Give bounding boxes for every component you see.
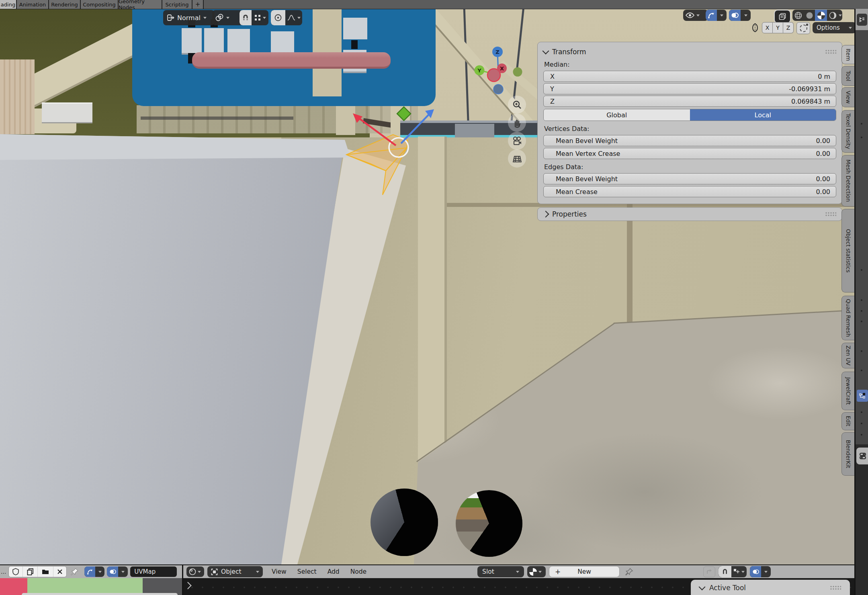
shading-rendered-button[interactable] bbox=[827, 10, 838, 21]
tab-shading[interactable]: ading bbox=[0, 0, 17, 9]
proportional-size-button[interactable] bbox=[796, 22, 810, 34]
tab-scripting[interactable]: Scripting bbox=[162, 0, 192, 9]
transform-orientation-dropdown[interactable]: Normal bbox=[163, 10, 215, 25]
panel-drag-grip[interactable] bbox=[830, 585, 841, 591]
parent-tree-button[interactable] bbox=[703, 566, 715, 577]
editor-type-dropdown[interactable] bbox=[186, 566, 204, 577]
unlink-image-button[interactable] bbox=[53, 566, 66, 577]
uv-gizmos-dropdown[interactable] bbox=[95, 566, 104, 577]
overlays-dropdown[interactable] bbox=[741, 10, 751, 21]
snap-with-dropdown[interactable] bbox=[252, 10, 268, 25]
open-image-button[interactable] bbox=[38, 566, 53, 577]
menu-view[interactable]: View bbox=[272, 568, 287, 575]
shader-type-dropdown[interactable]: Object bbox=[207, 566, 263, 577]
fake-user-button[interactable] bbox=[9, 566, 23, 577]
tab-animation[interactable]: Animation bbox=[17, 0, 49, 9]
xray-toggle[interactable] bbox=[774, 10, 791, 23]
mean-bevel-weight-field[interactable]: Mean Bevel Weight 0.00 bbox=[543, 135, 836, 146]
panel-drag-grip[interactable] bbox=[825, 212, 836, 217]
snap-toggle[interactable] bbox=[240, 10, 252, 25]
edge-mean-bevel-weight-field[interactable]: Mean Bevel Weight 0.00 bbox=[543, 173, 836, 184]
median-z-field[interactable]: Z 0.069843 m bbox=[543, 96, 836, 107]
npanel-properties-collapsed[interactable]: Properties bbox=[537, 207, 842, 221]
expand-arrow-icon[interactable] bbox=[184, 582, 191, 589]
pivot-point-dropdown[interactable] bbox=[212, 10, 243, 25]
sidebar-tab-tool[interactable]: Tool bbox=[841, 66, 854, 86]
sidebar-tab-view[interactable]: View bbox=[841, 87, 854, 107]
sidebar-tab-mesh-detection[interactable]: Mesh Detection bbox=[841, 155, 854, 207]
shader-overlays-toggle[interactable] bbox=[750, 566, 761, 577]
zoom-button[interactable] bbox=[508, 96, 526, 114]
mean-crease-field[interactable]: Mean Crease 0.00 bbox=[543, 186, 836, 197]
pan-button[interactable] bbox=[508, 114, 526, 132]
scene-pink-bar[interactable] bbox=[192, 52, 391, 69]
transform-panel-header[interactable]: Transform bbox=[543, 46, 836, 57]
tab-compositing[interactable]: Compositing bbox=[81, 0, 119, 9]
duplicate-image-button[interactable] bbox=[23, 566, 38, 577]
shader-overlays-dropdown[interactable] bbox=[761, 566, 771, 577]
sidebar-tab-quad-remesh[interactable]: Quad Remesh bbox=[841, 296, 854, 340]
new-material-button[interactable]: + New bbox=[549, 566, 620, 577]
material-browse-dropdown[interactable] bbox=[527, 566, 546, 577]
menu-node[interactable]: Node bbox=[350, 568, 366, 575]
uvmap-field[interactable]: UVMap bbox=[130, 566, 177, 577]
sidebar-tab-zen-uv[interactable]: Zen UV bbox=[841, 343, 854, 368]
uv-overlays-group[interactable] bbox=[107, 566, 128, 577]
uv-gizmos-group[interactable] bbox=[84, 566, 104, 577]
menu-add[interactable]: Add bbox=[328, 568, 340, 575]
median-x-field[interactable]: X 0 m bbox=[543, 71, 836, 82]
global-button[interactable]: Global bbox=[544, 109, 690, 121]
sidebar-tab-edit[interactable]: Edit bbox=[841, 412, 854, 430]
gizmos-toggle[interactable] bbox=[706, 10, 717, 21]
node-overlay-button[interactable] bbox=[857, 390, 868, 402]
falloff-dropdown[interactable] bbox=[285, 10, 302, 25]
pin-outline-icon[interactable] bbox=[625, 568, 633, 576]
overflow-menu[interactable]: ... bbox=[1, 568, 6, 575]
sidebar-tab-blenderkit[interactable]: BlenderKit bbox=[841, 432, 854, 476]
slot-dropdown[interactable]: Slot bbox=[477, 566, 524, 577]
visibility-dropdown[interactable] bbox=[683, 10, 708, 21]
uv-overlays-dropdown[interactable] bbox=[118, 566, 128, 577]
sidebar-tab-jewelcraft[interactable]: JewelCraft bbox=[841, 372, 854, 410]
gizmos-group[interactable] bbox=[706, 10, 727, 21]
tab-rendering[interactable]: Rendering bbox=[49, 0, 81, 9]
snapping-group[interactable] bbox=[240, 10, 268, 25]
mirror-x-button[interactable]: X bbox=[762, 22, 773, 33]
local-button[interactable]: Local bbox=[690, 109, 836, 121]
shader-snap-dropdown[interactable] bbox=[731, 566, 747, 577]
panel-drag-grip[interactable] bbox=[825, 49, 836, 55]
add-workspace-button[interactable]: + bbox=[192, 0, 204, 9]
shading-material-button[interactable] bbox=[815, 10, 827, 21]
uv-overlays-toggle[interactable] bbox=[107, 566, 118, 577]
pin-icon[interactable] bbox=[71, 568, 79, 576]
ortho-grid-button[interactable] bbox=[508, 149, 526, 168]
shading-wireframe-button[interactable] bbox=[792, 10, 804, 21]
shading-solid-button[interactable] bbox=[804, 10, 815, 21]
shader-overlays-group[interactable] bbox=[750, 566, 771, 577]
gizmos-dropdown[interactable] bbox=[717, 10, 727, 21]
uv-gizmos-toggle[interactable] bbox=[84, 566, 95, 577]
active-tool-panel[interactable]: Active Tool bbox=[691, 580, 850, 595]
tab-geometry-nodes[interactable]: Geometry Nodes bbox=[119, 0, 162, 9]
sidebar-tab-object-statistics[interactable]: Object statistics bbox=[841, 209, 854, 292]
mirror-z-button[interactable]: Z bbox=[783, 22, 794, 33]
overlays-toggle[interactable] bbox=[729, 10, 741, 21]
properties-editor-type-button[interactable] bbox=[857, 14, 867, 26]
proportional-edit-toggle[interactable] bbox=[271, 10, 285, 25]
mirror-icon[interactable] bbox=[750, 22, 760, 33]
sidebar-tab-texel-density[interactable]: Texel Density bbox=[841, 110, 854, 153]
sidebar-tab-item[interactable]: Item bbox=[841, 45, 854, 64]
options-dropdown[interactable]: Options bbox=[813, 22, 856, 33]
proportional-edit-group[interactable] bbox=[271, 10, 302, 25]
camera-view-button[interactable] bbox=[508, 132, 526, 150]
shading-mode-group[interactable] bbox=[792, 10, 842, 21]
overlays-group[interactable] bbox=[729, 10, 751, 21]
node-editor-canvas[interactable]: Active Tool bbox=[183, 578, 854, 595]
shader-snap-toggle[interactable] bbox=[719, 566, 731, 577]
shading-dropdown[interactable] bbox=[838, 10, 842, 21]
median-y-field[interactable]: Y -0.069931 m bbox=[543, 83, 836, 94]
menu-select[interactable]: Select bbox=[297, 568, 317, 575]
mirror-y-button[interactable]: Y bbox=[773, 22, 783, 33]
mean-vertex-crease-field[interactable]: Mean Vertex Crease 0.00 bbox=[543, 148, 836, 159]
properties-tab-active[interactable] bbox=[856, 448, 868, 464]
